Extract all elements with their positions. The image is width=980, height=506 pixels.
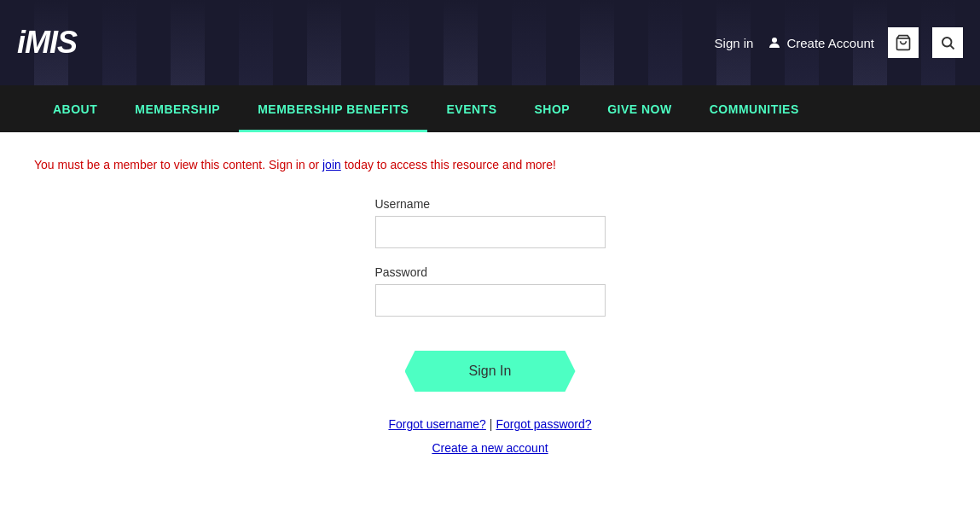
logo: iMIS [17, 25, 77, 61]
password-input[interactable] [375, 284, 606, 317]
svg-line-3 [950, 45, 954, 49]
username-label: Username [375, 197, 606, 211]
login-form: Username Password Sign In Forgot usernam… [235, 197, 746, 455]
svg-point-2 [942, 38, 952, 47]
search-button[interactable] [932, 27, 963, 58]
password-group: Password [375, 265, 606, 317]
join-link[interactable]: join [322, 158, 341, 172]
member-notice: You must be a member to view this conten… [34, 158, 946, 172]
forgot-username-link[interactable]: Forgot username? [388, 417, 485, 431]
link-separator: | [490, 417, 493, 431]
nav-item-membership[interactable]: MEMBERSHIP [116, 85, 239, 132]
create-account-link[interactable]: Create Account [767, 35, 874, 50]
forgot-password-link[interactable]: Forgot password? [496, 417, 591, 431]
svg-point-0 [772, 38, 777, 43]
form-links: Forgot username? | Forgot password? [388, 417, 591, 431]
sign-in-link[interactable]: Sign in [715, 36, 754, 50]
nav-item-shop[interactable]: SHOP [515, 85, 589, 132]
main-content: You must be a member to view this conten… [0, 132, 980, 480]
username-input[interactable] [375, 216, 606, 248]
header: iMIS Sign in Create Account [0, 0, 980, 85]
user-icon [767, 35, 782, 50]
nav-item-membership-benefits[interactable]: MEMBERSHIP BENEFITS [239, 85, 427, 132]
cart-button[interactable] [888, 27, 919, 58]
search-icon [940, 35, 955, 50]
signin-button[interactable]: Sign In [405, 351, 576, 392]
nav-item-communities[interactable]: COMMUNITIES [691, 85, 818, 132]
create-new-account-link[interactable]: Create a new account [432, 441, 548, 455]
nav-item-events[interactable]: EVENTS [427, 85, 515, 132]
cart-icon [895, 34, 912, 51]
header-right: Sign in Create Account [715, 27, 963, 58]
nav-item-give-now[interactable]: GIVE NOW [589, 85, 691, 132]
main-nav: ABOUT MEMBERSHIP MEMBERSHIP BENEFITS EVE… [0, 85, 980, 132]
username-group: Username [375, 197, 606, 248]
password-label: Password [375, 265, 606, 279]
nav-item-about[interactable]: ABOUT [34, 85, 116, 132]
